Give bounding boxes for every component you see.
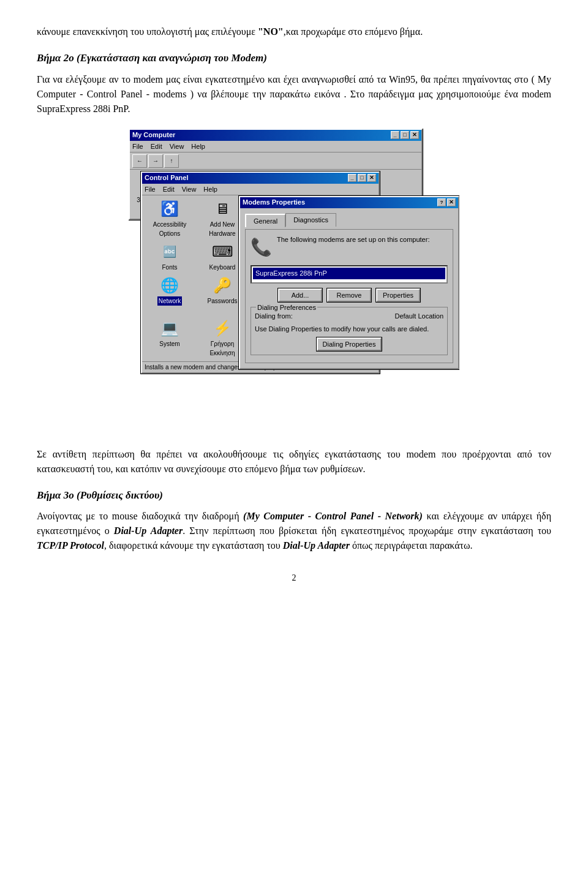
- minimize-button[interactable]: _: [391, 131, 399, 139]
- cp-titlebar-buttons: _ □ ✕: [348, 174, 376, 182]
- page-content: κάνουμε επανεκκίνηση του υπολογιστή μας …: [37, 24, 551, 584]
- modem-list: SupraExpress 288i PnP: [251, 265, 448, 284]
- dialing-desc: Use Dialing Properties to modify how you…: [255, 324, 443, 334]
- menu-view[interactable]: View: [170, 141, 184, 152]
- cp-menu-edit[interactable]: Edit: [163, 184, 175, 195]
- my-computer-titlebar: My Computer _ □ ✕: [130, 130, 421, 141]
- my-computer-title: My Computer: [132, 130, 175, 140]
- modems-help-button[interactable]: ?: [437, 198, 446, 206]
- cp-minimize-button[interactable]: _: [348, 174, 356, 182]
- modems-title: Modems Properties: [243, 197, 305, 208]
- up-button[interactable]: ↑: [164, 154, 179, 168]
- cp-maximize-button[interactable]: □: [358, 174, 366, 182]
- cp-titlebar: Control Panel _ □ ✕: [142, 173, 379, 184]
- add-button[interactable]: Add...: [278, 288, 322, 302]
- network-img: 🌐: [160, 276, 179, 295]
- page-number: 2: [37, 571, 551, 584]
- passwords-img: 🔑: [213, 276, 232, 295]
- cp-menubar: File Edit View Help: [142, 184, 379, 196]
- cp-title: Control Panel: [145, 173, 189, 183]
- addnewhardware-label: Add NewHardware: [209, 220, 235, 238]
- cp-accessibility-icon[interactable]: ♿ AccessibilityOptions: [146, 199, 194, 238]
- tab-row: General Diagnostics: [245, 213, 453, 227]
- keyboard-img: ⌨: [213, 242, 232, 262]
- modem-list-item[interactable]: SupraExpress 288i PnP: [253, 268, 445, 279]
- quick-label: ΓρήγορηΕκκίνηση: [209, 339, 235, 358]
- fonts-label: Fonts: [162, 263, 177, 272]
- menu-help[interactable]: Help: [191, 141, 205, 152]
- modems-close-button[interactable]: ✕: [447, 198, 456, 206]
- network-label: Network: [157, 296, 183, 306]
- cp-menu-view[interactable]: View: [182, 184, 197, 195]
- tab-diagnostics[interactable]: Diagnostics: [285, 213, 336, 227]
- modems-properties-dialog: Modems Properties ? ✕ General Diagnostic…: [239, 196, 459, 370]
- modem-buttons: Add... Remove Properties: [251, 288, 448, 302]
- dialing-from-value: Default Location: [395, 311, 444, 322]
- addnewhardware-img: 🖥: [213, 199, 232, 219]
- phone-icon: 📞: [251, 235, 272, 260]
- fonts-img: 🔤: [160, 242, 179, 262]
- properties-button[interactable]: Properties: [376, 288, 420, 302]
- remove-button[interactable]: Remove: [327, 288, 371, 302]
- modem-info-row: 📞 The following modems are set up on thi…: [251, 235, 448, 260]
- cp-menu-help[interactable]: Help: [203, 184, 217, 195]
- menu-edit[interactable]: Edit: [151, 141, 162, 152]
- section1-body: Για να ελέγξουμε αν το modem μας είναι ε…: [37, 72, 551, 116]
- modems-body: General Diagnostics 📞 The following mode…: [240, 208, 458, 369]
- menu-file[interactable]: File: [132, 141, 143, 152]
- keyboard-label: Keyboard: [209, 263, 236, 272]
- accessibility-img: ♿: [160, 199, 179, 219]
- accessibility-label: AccessibilityOptions: [153, 220, 186, 238]
- dialing-props-btn-row: Dialing Properties: [255, 337, 443, 351]
- cp-menu-file[interactable]: File: [145, 184, 156, 195]
- titlebar-buttons: _ □ ✕: [391, 131, 419, 139]
- cp-network-icon[interactable]: 🌐 Network: [146, 276, 194, 315]
- my-computer-toolbar: ← → ↑: [130, 152, 421, 170]
- my-computer-menubar: File Edit View Help: [130, 141, 421, 153]
- dialing-prefs-legend: Dialing Preferences: [256, 303, 317, 313]
- tab-content: 📞 The following modems are set up on thi…: [245, 229, 453, 363]
- system-label: System: [159, 339, 179, 348]
- system-img: 💻: [160, 318, 179, 338]
- intro-paragraph: κάνουμε επανεκκίνηση του υπολογιστή μας …: [37, 24, 551, 39]
- close-button[interactable]: ✕: [410, 131, 419, 139]
- cp-system-icon[interactable]: 💻 System: [146, 318, 194, 358]
- maximize-button[interactable]: □: [401, 131, 409, 139]
- cp-fonts-icon[interactable]: 🔤 Fonts: [146, 242, 194, 272]
- forward-button[interactable]: →: [148, 154, 163, 168]
- dialing-properties-button[interactable]: Dialing Properties: [317, 337, 382, 351]
- back-button[interactable]: ←: [132, 154, 147, 168]
- passwords-label: Passwords: [208, 296, 238, 306]
- section3-body: Ανοίγοντας με το mouse διαδοχικά την δια…: [37, 509, 551, 553]
- section2-body: Σε αντίθετη περίπτωση θα πρέπει να ακολο…: [37, 447, 551, 476]
- screenshot-composite: My Computer _ □ ✕ File Edit View Help ← …: [129, 129, 459, 435]
- section3-title: Βήμα 3ο (Ρυθμίσεις δικτύου): [37, 488, 551, 503]
- modem-description: The following modems are set up on this …: [277, 235, 429, 245]
- cp-close-button[interactable]: ✕: [368, 174, 376, 182]
- tab-general[interactable]: General: [245, 214, 285, 228]
- modems-titlebar: Modems Properties ? ✕: [240, 197, 458, 208]
- dialing-preferences-group: Dialing Preferences Dialing from: Defaul…: [251, 307, 448, 355]
- section1-title: Βήμα 2ο (Εγκατάσταση και αναγνώριση του …: [37, 50, 551, 66]
- modems-titlebar-buttons: ? ✕: [437, 198, 456, 206]
- quick-img: ⚡: [213, 318, 232, 338]
